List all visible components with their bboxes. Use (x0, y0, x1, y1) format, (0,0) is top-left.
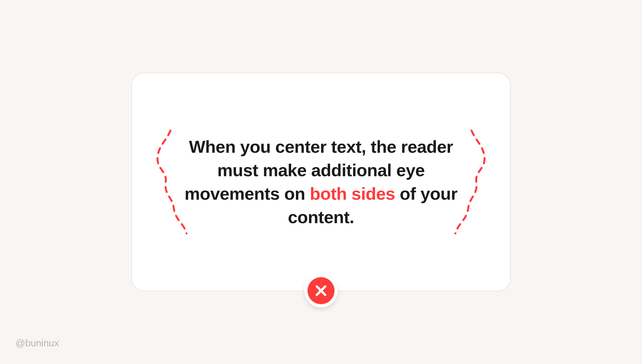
content-wrap: When you center text, the reader must ma… (132, 135, 510, 229)
attribution-handle: @buninux (15, 338, 59, 349)
squiggle-left-icon (148, 127, 193, 237)
close-x-icon (314, 284, 328, 297)
example-text: When you center text, the reader must ma… (176, 135, 466, 229)
error-badge (304, 274, 338, 307)
text-highlight: both sides (310, 184, 395, 203)
squiggle-right-icon (449, 127, 494, 237)
example-card: When you center text, the reader must ma… (131, 73, 511, 291)
error-badge-inner (307, 277, 335, 304)
